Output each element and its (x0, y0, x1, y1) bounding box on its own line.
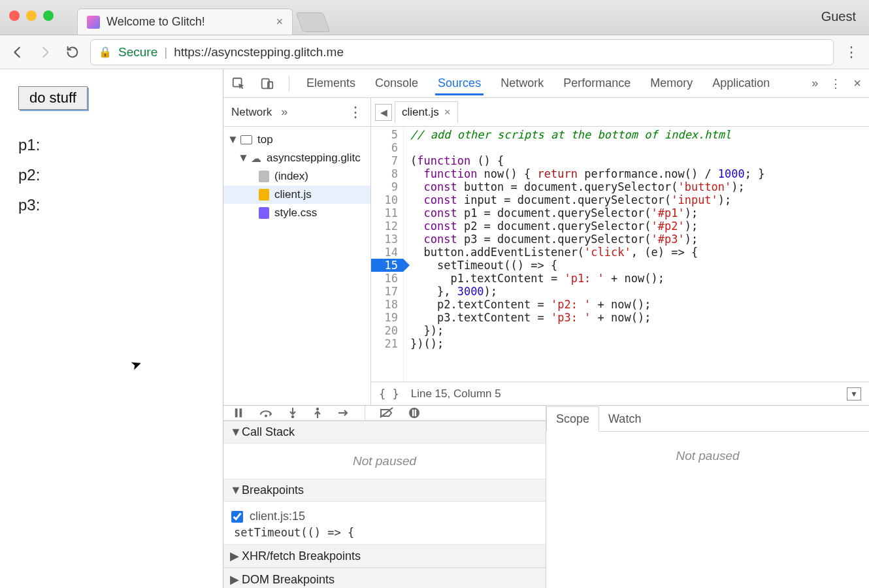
url-text: https://asyncstepping.glitch.me (174, 45, 344, 59)
divider (289, 76, 289, 91)
nav-tab-network[interactable]: Network (231, 106, 272, 119)
back-button[interactable] (8, 42, 27, 62)
tab-application[interactable]: Application (710, 71, 772, 95)
breakpoint-code-preview: setTimeout(() => { (231, 526, 538, 539)
inspect-element-icon[interactable] (231, 76, 246, 91)
close-tab-button[interactable]: × (276, 15, 283, 29)
window-titlebar: Welcome to Glitch! × Guest (0, 0, 869, 35)
file-icon (259, 189, 269, 201)
editor-dropdown-button[interactable]: ▼ (847, 387, 861, 400)
svg-point-6 (291, 416, 294, 418)
debugger-drawer: ▼Call Stack Not paused ▼Breakpoints clie… (223, 405, 869, 588)
profile-label[interactable]: Guest (821, 9, 856, 24)
deactivate-breakpoints-button[interactable] (380, 407, 394, 419)
step-into-button[interactable] (287, 407, 298, 419)
favicon-icon (87, 16, 100, 29)
sources-navigator: Network » ⋮ ▼ top ▼ ☁ asyncstepping.glit… (223, 98, 371, 405)
tab-network[interactable]: Network (498, 71, 546, 95)
cursor-icon: ➤ (128, 355, 144, 374)
devtools-close-button[interactable]: × (853, 76, 861, 91)
url-separator: | (164, 45, 167, 59)
tab-sources[interactable]: Sources (435, 71, 484, 95)
call-stack-state: Not paused (223, 444, 546, 479)
close-editor-tab[interactable]: × (444, 106, 451, 119)
browser-toolbar: 🔒 Secure | https://asyncstepping.glitch.… (0, 35, 869, 69)
line-gutter[interactable]: 56789101112131415161718192021 (371, 127, 404, 382)
pretty-print-button[interactable]: { } (379, 387, 399, 400)
svg-point-9 (409, 408, 419, 418)
editor-statusbar: { } Line 15, Column 5 ▼ (371, 382, 869, 405)
svg-point-7 (316, 408, 319, 410)
p3-text: p3: (18, 196, 205, 214)
breakpoints-header[interactable]: ▼Breakpoints (223, 479, 546, 502)
pause-button[interactable] (233, 407, 244, 419)
devtools-tabbar: Elements Console Sources Network Perform… (223, 69, 869, 98)
scope-state: Not paused (546, 432, 869, 588)
step-out-button[interactable] (312, 407, 323, 419)
dom-breakpoints-header[interactable]: ▶DOM Breakpoints (223, 568, 546, 588)
pause-on-exceptions-button[interactable] (408, 407, 420, 419)
tab-elements[interactable]: Elements (304, 71, 358, 95)
svg-rect-10 (412, 410, 414, 416)
breakpoint-checkbox[interactable] (231, 511, 243, 523)
page-viewport: do stuff p1: p2: p3: ➤ (0, 69, 223, 588)
tree-file-index[interactable]: (index) (223, 167, 370, 186)
code-editor: ◀ client.js × 56789101112131415161718192… (371, 98, 869, 405)
step-over-button[interactable] (259, 407, 273, 419)
code-viewport[interactable]: 56789101112131415161718192021 // add oth… (371, 127, 869, 382)
browser-tab[interactable]: Welcome to Glitch! × (77, 8, 293, 35)
forward-button (35, 42, 55, 62)
cursor-position: Line 15, Column 5 (411, 387, 501, 400)
tree-file-clientjs[interactable]: client.js (223, 186, 370, 204)
step-button[interactable] (337, 408, 350, 418)
maximize-window-button[interactable] (43, 10, 54, 21)
more-tabs-button[interactable]: » (812, 76, 818, 90)
reload-button[interactable] (63, 42, 82, 62)
do-stuff-button[interactable]: do stuff (18, 86, 88, 110)
debugger-toolbar (223, 406, 546, 421)
frame-icon (240, 135, 252, 144)
devtools-menu-button[interactable]: ⋮ (830, 76, 842, 91)
secure-label: Secure (118, 45, 157, 59)
breakpoint-item[interactable]: client.js:15 (231, 507, 538, 526)
minimize-window-button[interactable] (26, 10, 37, 21)
p1-text: p1: (18, 136, 205, 154)
tab-performance[interactable]: Performance (561, 71, 633, 95)
device-toolbar-icon[interactable] (260, 76, 274, 91)
p2-text: p2: (18, 166, 205, 184)
tree-domain[interactable]: ▼ ☁ asyncstepping.glitc (223, 149, 370, 167)
scope-tab[interactable]: Scope (546, 406, 599, 432)
editor-tab-clientjs[interactable]: client.js × (395, 101, 458, 123)
tab-console[interactable]: Console (372, 71, 421, 95)
divider (365, 406, 365, 420)
xhr-breakpoints-header[interactable]: ▶XHR/fetch Breakpoints (223, 544, 546, 568)
nav-menu-button[interactable]: ⋮ (348, 104, 363, 121)
new-tab-button[interactable] (296, 12, 331, 32)
tree-top[interactable]: ▼ top (223, 131, 370, 149)
file-icon (259, 171, 269, 182)
window-controls (9, 10, 54, 21)
svg-rect-3 (235, 408, 238, 417)
close-window-button[interactable] (9, 10, 20, 21)
code-text[interactable]: // add other scripts at the bottom of in… (404, 127, 765, 382)
toggle-navigator-button[interactable]: ◀ (375, 104, 392, 121)
devtools-panel: Elements Console Sources Network Perform… (223, 69, 869, 588)
svg-rect-4 (240, 408, 242, 417)
call-stack-header[interactable]: ▼Call Stack (223, 421, 546, 444)
svg-point-5 (265, 415, 267, 417)
browser-menu-button[interactable]: ⋮ (842, 44, 861, 61)
address-bar[interactable]: 🔒 Secure | https://asyncstepping.glitch.… (90, 39, 834, 65)
file-icon (259, 207, 269, 219)
tree-file-stylecss[interactable]: style.css (223, 204, 370, 222)
nav-more-tabs[interactable]: » (281, 105, 287, 119)
lock-icon: 🔒 (99, 46, 112, 58)
tab-memory[interactable]: Memory (648, 71, 695, 95)
cloud-icon: ☁ (251, 152, 261, 165)
watch-tab[interactable]: Watch (599, 407, 650, 431)
tab-title: Welcome to Glitch! (107, 15, 205, 29)
svg-rect-11 (415, 410, 416, 416)
